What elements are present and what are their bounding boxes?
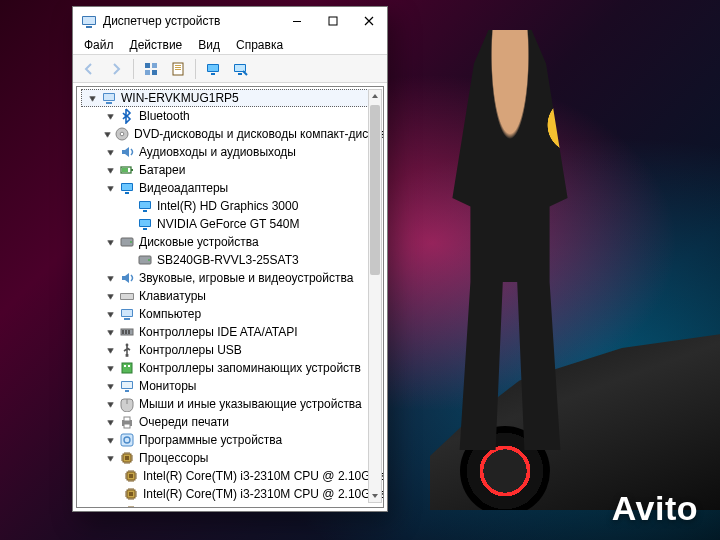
display-icon	[137, 198, 153, 214]
tree-node-label: Аудиовходы и аудиовыходы	[139, 143, 296, 161]
tree-category-10[interactable]: Контроллеры USB	[99, 341, 381, 359]
svg-rect-56	[125, 390, 129, 392]
svg-rect-61	[121, 434, 133, 446]
toolbar-scan-button[interactable]	[228, 58, 252, 80]
tree-device-4-0[interactable]: Intel(R) HD Graphics 3000	[117, 197, 381, 215]
svg-point-39	[148, 259, 150, 261]
tree-toggle[interactable]	[103, 382, 117, 391]
tree-toggle[interactable]	[103, 274, 117, 283]
tree-root[interactable]: WIN-ERVKMUG1RP5	[81, 89, 381, 107]
tree-category-7[interactable]: Клавиатуры	[99, 287, 381, 305]
close-button[interactable]	[351, 7, 387, 35]
svg-rect-2	[86, 26, 92, 28]
svg-rect-64	[125, 456, 129, 460]
tree-toggle[interactable]	[103, 238, 117, 247]
tree-toggle[interactable]	[103, 328, 117, 337]
tree-category-5[interactable]: Дисковые устройства	[99, 233, 381, 251]
minimize-button[interactable]	[279, 7, 315, 35]
svg-rect-32	[143, 210, 147, 212]
tree-toggle[interactable]	[103, 184, 117, 193]
tree-device-16-2[interactable]: Intel(R) Core(TM) i3-2310M CPU @ 2.10GHz	[117, 503, 381, 508]
disc-icon	[114, 126, 130, 142]
tree-device-16-1[interactable]: Intel(R) Core(TM) i3-2310M CPU @ 2.10GHz	[117, 485, 381, 503]
menu-action[interactable]: Действие	[123, 37, 190, 53]
svg-rect-29	[125, 192, 129, 194]
maximize-button[interactable]	[315, 7, 351, 35]
tree-node-label: Bluetooth	[139, 107, 190, 125]
svg-rect-51	[122, 363, 132, 373]
svg-rect-17	[235, 65, 245, 71]
svg-rect-10	[175, 65, 181, 66]
mouse-icon	[119, 396, 135, 412]
tree-category-16[interactable]: Процессоры	[99, 449, 381, 467]
usb-icon	[119, 342, 135, 358]
tree-toggle[interactable]	[103, 166, 117, 175]
tree-node-label: WIN-ERVKMUG1RP5	[121, 89, 239, 107]
tree-device-5-0[interactable]: SB240GB-RVVL3-25SAT3	[117, 251, 381, 269]
computer-icon	[119, 306, 135, 322]
toolbar-help-button[interactable]	[201, 58, 225, 80]
svg-rect-50	[126, 354, 129, 357]
svg-rect-44	[124, 318, 130, 320]
tree-toggle[interactable]	[103, 112, 117, 121]
tree-node-label: Intel(R) Core(TM) i3-2310M CPU @ 2.10GHz	[143, 503, 384, 508]
tree-category-13[interactable]: Мыши и иные указывающие устройства	[99, 395, 381, 413]
tree-toggle[interactable]	[103, 346, 117, 355]
svg-rect-5	[145, 63, 150, 68]
tree-device-4-1[interactable]: NVIDIA GeForce GT 540M	[117, 215, 381, 233]
bluetooth-icon	[119, 108, 135, 124]
tree-node-label: Дисковые устройства	[139, 233, 259, 251]
tree-category-4[interactable]: Видеоадаптеры	[99, 179, 381, 197]
tree-toggle[interactable]	[103, 364, 117, 373]
tree-toggle[interactable]	[103, 130, 112, 139]
toolbar-back-button	[77, 58, 101, 80]
toolbar-show-hidden-button[interactable]	[139, 58, 163, 80]
window-title: Диспетчер устройств	[103, 14, 279, 28]
tree-node-label: Контроллеры запоминающих устройств	[139, 359, 361, 377]
tree-toggle[interactable]	[103, 418, 117, 427]
svg-rect-21	[106, 102, 112, 104]
menu-file[interactable]: Файл	[77, 37, 121, 53]
tree-category-2[interactable]: Аудиовходы и аудиовыходы	[99, 143, 381, 161]
tree-node-label: Контроллеры IDE ATA/ATAPI	[139, 323, 298, 341]
tree-toggle[interactable]	[103, 436, 117, 445]
tree-category-6[interactable]: Звуковые, игровые и видеоустройства	[99, 269, 381, 287]
tree-category-14[interactable]: Очереди печати	[99, 413, 381, 431]
svg-rect-46	[122, 330, 124, 334]
tree-category-3[interactable]: Батареи	[99, 161, 381, 179]
svg-rect-41	[121, 294, 133, 299]
tree-node-label: Мониторы	[139, 377, 196, 395]
svg-rect-3	[293, 21, 301, 22]
svg-rect-26	[122, 168, 128, 172]
tree-category-15[interactable]: Программные устройства	[99, 431, 381, 449]
tree-category-11[interactable]: Контроллеры запоминающих устройств	[99, 359, 381, 377]
svg-rect-35	[143, 228, 147, 230]
svg-rect-4	[329, 17, 337, 25]
tree-category-0[interactable]: Bluetooth	[99, 107, 381, 125]
tree-toggle[interactable]	[103, 148, 117, 157]
tree-node-label: Очереди печати	[139, 413, 229, 431]
tree-category-1[interactable]: DVD-дисководы и дисководы компакт-дисков	[99, 125, 381, 143]
tree-toggle[interactable]	[85, 94, 99, 103]
menu-help[interactable]: Справка	[229, 37, 290, 53]
toolbar-properties-button[interactable]	[166, 58, 190, 80]
tree-category-8[interactable]: Компьютер	[99, 305, 381, 323]
tree-toggle[interactable]	[103, 400, 117, 409]
tree-toggle[interactable]	[103, 292, 117, 301]
tree-node-label: Компьютер	[139, 305, 201, 323]
svg-point-23	[120, 132, 124, 136]
svg-rect-47	[125, 330, 127, 334]
titlebar[interactable]: Диспетчер устройств	[73, 7, 387, 35]
drive-icon	[119, 234, 135, 250]
device-tree[interactable]: WIN-ERVKMUG1RP5 Bluetooth DVD-дисководы …	[76, 86, 384, 508]
tree-toggle[interactable]	[103, 454, 117, 463]
display-icon	[137, 216, 153, 232]
tree-device-16-0[interactable]: Intel(R) Core(TM) i3-2310M CPU @ 2.10GHz	[117, 467, 381, 485]
menu-view[interactable]: Вид	[191, 37, 227, 53]
tree-category-12[interactable]: Мониторы	[99, 377, 381, 395]
audio-icon	[119, 144, 135, 160]
tree-toggle[interactable]	[103, 310, 117, 319]
tree-node-label: Батареи	[139, 161, 185, 179]
svg-rect-8	[152, 70, 157, 75]
tree-category-9[interactable]: Контроллеры IDE ATA/ATAPI	[99, 323, 381, 341]
